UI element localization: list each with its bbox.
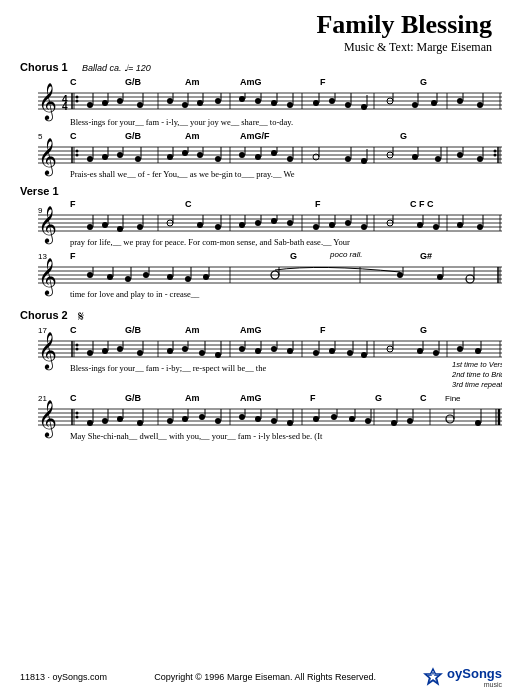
svg-text:C: C: [70, 131, 77, 141]
chorus1-label: Chorus 1: [20, 61, 68, 73]
svg-point-96: [117, 152, 123, 158]
svg-text:9: 9: [38, 206, 43, 215]
svg-point-331: [137, 420, 143, 426]
svg-point-36: [197, 100, 203, 106]
svg-point-166: [255, 220, 261, 226]
svg-text:G/B: G/B: [125, 77, 142, 87]
tempo-marking: Ballad ca. ♩= 120: [82, 63, 151, 73]
svg-point-170: [287, 220, 293, 226]
svg-point-291: [457, 346, 463, 352]
svg-point-349: [313, 416, 319, 422]
svg-text:F: F: [70, 251, 76, 261]
svg-point-347: [287, 420, 293, 426]
svg-point-253: [87, 350, 93, 356]
svg-point-168: [271, 218, 277, 224]
svg-point-259: [137, 350, 143, 356]
svg-point-327: [102, 418, 108, 424]
svg-point-16: [76, 96, 79, 99]
svg-point-317: [76, 416, 79, 419]
footer: 11813 · oySongs.com Copyright © 1996 Mar…: [0, 666, 522, 688]
page: Family Blessing Music & Text: Marge Eise…: [0, 0, 522, 696]
svg-point-92: [87, 156, 93, 162]
svg-text:Am: Am: [185, 77, 200, 87]
svg-point-186: [457, 222, 463, 228]
svg-point-48: [313, 100, 319, 106]
svg-point-126: [435, 156, 441, 162]
svg-point-38: [215, 98, 221, 104]
svg-point-182: [417, 222, 423, 228]
svg-text:G/B: G/B: [125, 393, 142, 403]
svg-point-112: [271, 150, 277, 156]
svg-point-44: [271, 100, 277, 106]
svg-point-91: [494, 154, 497, 157]
svg-text:time for love and play to in -: time for love and play to in - crease__: [70, 289, 200, 299]
svg-point-17: [76, 100, 79, 103]
svg-text:AmG/F: AmG/F: [240, 131, 270, 141]
svg-point-287: [417, 348, 423, 354]
svg-point-176: [345, 220, 351, 226]
svg-point-42: [255, 98, 261, 104]
svg-point-339: [215, 418, 221, 424]
svg-text:G/B: G/B: [125, 325, 142, 335]
svg-text:AmG: AmG: [240, 325, 262, 335]
svg-point-46: [287, 102, 293, 108]
svg-point-316: [76, 412, 79, 415]
svg-text:G: G: [420, 77, 427, 87]
svg-point-152: [102, 222, 108, 228]
svg-point-26: [102, 100, 108, 106]
svg-point-222: [397, 272, 403, 278]
svg-point-156: [137, 224, 143, 230]
svg-text:𝄞: 𝄞: [38, 258, 57, 297]
svg-point-261: [167, 348, 173, 354]
svg-point-94: [102, 154, 108, 160]
svg-point-329: [117, 416, 123, 422]
svg-point-98: [135, 156, 141, 162]
svg-text:C: C: [185, 199, 192, 209]
svg-point-24: [87, 102, 93, 108]
svg-point-246: [76, 348, 79, 351]
svg-point-325: [87, 420, 93, 426]
svg-text:1st time to Verse 2: 1st time to Verse 2: [452, 360, 502, 369]
svg-text:AmG: AmG: [240, 393, 262, 403]
svg-text:Prais-es shall we__ of - fer Y: Prais-es shall we__ of - fer You,__ as w…: [70, 169, 295, 179]
svg-point-265: [199, 350, 205, 356]
svg-point-34: [182, 102, 188, 108]
svg-text:𝄞: 𝄞: [38, 332, 57, 371]
catalog-number: 11813 · oySongs.com: [20, 672, 107, 682]
svg-point-275: [287, 348, 293, 354]
svg-point-30: [137, 102, 143, 108]
svg-text:F: F: [320, 77, 326, 87]
svg-text:poco rall.: poco rall.: [329, 250, 362, 259]
svg-text:G: G: [290, 251, 297, 261]
svg-point-212: [143, 272, 149, 278]
svg-point-178: [361, 224, 367, 230]
svg-point-81: [76, 150, 79, 153]
svg-point-255: [102, 348, 108, 354]
svg-point-82: [76, 154, 79, 157]
svg-text:C: C: [70, 77, 77, 87]
svg-point-188: [477, 224, 483, 230]
svg-text:C: C: [420, 393, 427, 403]
svg-point-277: [313, 350, 319, 356]
svg-point-206: [87, 272, 93, 278]
svg-point-54: [361, 104, 367, 110]
svg-text:C: C: [70, 393, 77, 403]
svg-point-355: [365, 418, 371, 424]
verse1-label: Verse 1: [20, 185, 59, 197]
svg-point-62: [457, 98, 463, 104]
svg-point-357: [391, 420, 397, 426]
svg-text:G: G: [375, 393, 382, 403]
svg-point-160: [197, 222, 203, 228]
svg-point-106: [215, 156, 221, 162]
svg-text:𝄞: 𝄞: [38, 138, 57, 177]
svg-text:𝄞: 𝄞: [38, 400, 57, 439]
svg-point-90: [494, 150, 497, 153]
svg-point-150: [87, 224, 93, 230]
svg-text:Am: Am: [185, 131, 200, 141]
svg-point-208: [107, 274, 113, 280]
svg-point-114: [287, 156, 293, 162]
song-title: Family Blessing: [20, 10, 492, 40]
svg-point-245: [76, 344, 79, 347]
svg-point-218: [203, 274, 209, 280]
svg-point-335: [182, 416, 188, 422]
